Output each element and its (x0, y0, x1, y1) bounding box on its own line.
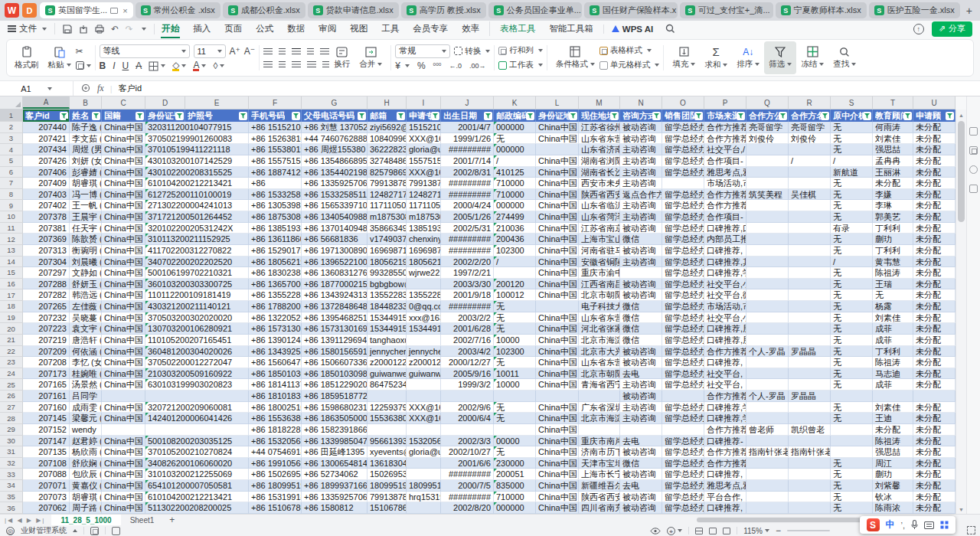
cell-L6[interactable]: China中国 (536, 167, 579, 178)
cell-C17[interactable]: China中国 (102, 289, 145, 301)
cell-C31[interactable]: China中国 (102, 446, 145, 458)
cell-K5[interactable]: / (494, 155, 536, 167)
cell-I3[interactable]: XXX@163.c (407, 133, 441, 145)
cell-R35[interactable] (789, 492, 831, 503)
cell-U18[interactable]: 未分配 (913, 301, 956, 312)
cell-P36[interactable]: 口碑推荐, (704, 502, 746, 514)
cell-M15[interactable]: 重庆市渝中 (579, 267, 620, 279)
cell-R26[interactable]: 罗晶晶 (789, 391, 831, 402)
cell-N9[interactable]: 主动咨询 (620, 200, 662, 211)
row-number[interactable]: 14 (0, 257, 23, 268)
cell-R14[interactable] (789, 257, 831, 268)
cell-J6[interactable]: 2002/8/31 (441, 167, 494, 178)
cell-K13[interactable]: 102300 (494, 245, 536, 257)
column-letter-G[interactable]: G (302, 96, 368, 109)
cell-I33[interactable] (407, 469, 441, 480)
column-letter-K[interactable]: K (494, 96, 536, 109)
filter-button[interactable] (569, 112, 577, 120)
cell-U6[interactable]: 未分配 (913, 167, 956, 178)
cell-U17[interactable]: 未分配 (913, 289, 956, 301)
cell-R25[interactable] (789, 379, 831, 391)
cell-R3[interactable]: 刘俊伶 (789, 133, 831, 145)
cell-T26[interactable] (873, 391, 913, 402)
cell-O8[interactable]: 留学总经办 (662, 189, 704, 201)
search-icon[interactable] (665, 24, 675, 34)
cell-H4[interactable]: 362228235 (368, 144, 407, 155)
row-number[interactable]: 11 (0, 223, 23, 234)
cell-F12[interactable]: +86 13611860 (249, 234, 302, 245)
cell-F28[interactable]: +86 15536380 (249, 413, 302, 424)
cell-L12[interactable]: China中国 (536, 234, 579, 245)
cell-H14[interactable]: 180562195 (368, 257, 407, 268)
cell-P24[interactable]: 社交平台, (704, 368, 746, 380)
document-tab[interactable]: S宁夏教师样本.xlsx (776, 2, 867, 18)
cell-T9[interactable]: 李琳 (873, 200, 913, 211)
cell-P8[interactable]: 合作方推荐 (704, 189, 746, 201)
cell-C3[interactable]: China中国 (102, 133, 145, 145)
cell-O19[interactable]: 留学总经办 (662, 312, 704, 324)
cell-C21[interactable]: China中国 (102, 335, 145, 346)
cell-M25[interactable]: 青海省西宁 (579, 379, 620, 391)
cell-I7[interactable]: 799138782 (407, 178, 441, 189)
cell-K30[interactable]: 00000 (494, 436, 536, 447)
cell-H23[interactable]: z20001227 (368, 357, 407, 368)
currency-button[interactable]: ¥ (395, 60, 410, 71)
cell-J13[interactable]: ######### (441, 245, 494, 257)
column-letter-M[interactable]: M (579, 96, 620, 109)
page-break-view-icon[interactable] (723, 528, 730, 534)
worksheet-menu[interactable]: 工作表 (498, 60, 543, 70)
filter-button[interactable] (652, 112, 661, 120)
cell-J27[interactable]: 2002/9/6 (441, 402, 494, 413)
sort-button[interactable]: A↓ 排序 (732, 41, 764, 74)
cell-Q6[interactable] (746, 167, 789, 178)
row-number[interactable]: 20 (0, 323, 23, 335)
cell-A23[interactable]: 207208 (23, 357, 70, 368)
column-header-K[interactable]: 邮政编码 (494, 109, 536, 122)
cell-T29[interactable]: 未分配 (873, 424, 913, 436)
cell-B22[interactable]: 何依涵 (女 (70, 346, 102, 358)
cell-L25[interactable]: China中国 (536, 379, 579, 391)
cell-M3[interactable]: 山东省东营 (579, 133, 620, 145)
cell-J11[interactable]: 2002/5/31 (441, 223, 494, 234)
cell-P28[interactable]: 口碑推荐,学 (704, 413, 746, 424)
cell-I19[interactable]: xxx@163.c (407, 312, 441, 324)
cell-N21[interactable]: 微信 (620, 335, 662, 346)
cell-F11[interactable]: +86 13851932 (249, 223, 302, 234)
filter-button[interactable] (903, 112, 912, 120)
cell-L26[interactable] (536, 391, 579, 402)
cell-H32[interactable]: 136183046 (368, 458, 407, 469)
fx-icon[interactable]: fx (97, 83, 104, 94)
cell-Q18[interactable] (746, 301, 789, 312)
cell-H22[interactable]: jennychen (368, 346, 407, 358)
cell-S33[interactable]: 无 (831, 469, 873, 480)
column-header-R[interactable]: 合作方名 (789, 109, 831, 122)
cell-N32[interactable]: 微信 (620, 458, 662, 469)
cell-O15[interactable]: 留学总经办 (662, 267, 704, 279)
cell-H18[interactable]: 18448233 (368, 301, 407, 312)
sogou-logo-icon[interactable]: S (867, 518, 880, 531)
distribute-icon[interactable] (322, 61, 329, 62)
cell-N22[interactable]: 被动咨询 (620, 346, 662, 358)
cell-O23[interactable]: 留学总经办 (662, 357, 704, 368)
cell-N20[interactable]: 微信 (620, 323, 662, 335)
row-number[interactable]: 31 (0, 446, 23, 458)
menu-tab-数据[interactable]: 数据 (280, 21, 312, 36)
filter-button[interactable] (821, 112, 829, 120)
cell-R30[interactable] (789, 436, 831, 447)
row-number[interactable]: 33 (0, 469, 23, 480)
column-letter-D[interactable]: D (145, 96, 185, 109)
cell-B27[interactable]: 成雨雯 (女 (70, 402, 102, 413)
cell-O3[interactable]: 留学总经办 (662, 133, 704, 145)
cell-D7[interactable]: 610104200212213421 (145, 178, 185, 189)
cell-R18[interactable] (789, 301, 831, 312)
cell-I22[interactable]: jennychen (407, 346, 441, 358)
cell-S11[interactable]: 有录 (831, 223, 873, 234)
cell-T7[interactable]: 未分配 (873, 178, 913, 189)
cell-Q16[interactable] (746, 279, 789, 290)
cell-S17[interactable]: 无 (831, 289, 873, 301)
cell-A2[interactable]: 207440 (23, 122, 70, 133)
filter-button[interactable] (610, 112, 619, 120)
cell-A12[interactable]: 207369 (23, 234, 70, 245)
cell-H31[interactable]: xyevents@ (368, 446, 407, 458)
cell-T22[interactable]: 丁利利 (873, 346, 913, 358)
